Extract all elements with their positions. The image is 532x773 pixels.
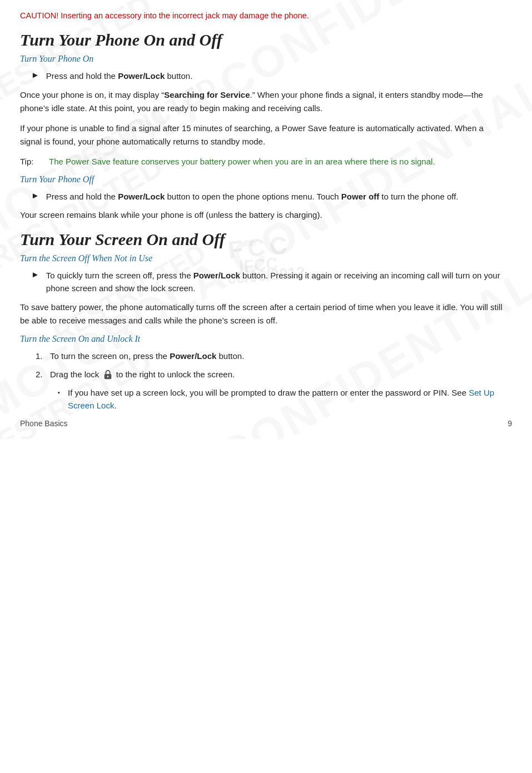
step-1-text: To turn the screen on, press the Power/L… [50,350,244,362]
subtitle-screen-on: Turn the Screen On and Unlock It [20,334,505,344]
section2-title: Turn Your Screen On and Off [20,228,505,250]
step-1: 1. To turn the screen on, press the Powe… [36,350,505,362]
tip-label: Tip: [20,155,49,168]
paragraph-screen-blank: Your screen remains blank while your pho… [20,208,505,222]
step-2: 2. Drag the lock to the right to unlock … [36,368,505,381]
paragraph-searching: Once your phone is on, it may display “S… [20,88,505,115]
tip-block: Tip: The Power Save feature conserves yo… [20,155,505,168]
bullet-power-off: ► Press and hold the Power/Lock button t… [31,190,505,203]
lock-icon [103,369,113,380]
footer-right: 9 [508,419,512,428]
step-1-number: 1. [36,350,50,362]
subtitle-phone-on: Turn Your Phone On [20,54,505,64]
sub-bullet-text: If you have set up a screen lock, you wi… [68,386,505,412]
paragraph-auto-off: To save battery power, the phone automat… [20,301,505,327]
bullet-arrow-off-icon: ► [31,191,39,200]
bullet-power-on-text: Press and hold the Power/Lock button. [46,69,193,82]
bullet-screen-off-text: To quickly turn the screen off, press th… [46,269,505,295]
paragraph-power-save: If your phone is unable to find a signal… [20,122,505,148]
bullet-arrow-screen-off-icon: ► [31,270,39,279]
bullet-arrow-icon: ► [31,70,39,79]
sub-bullet-marker-icon: ▪ [58,388,68,397]
svg-point-1 [107,376,108,377]
page-content: CAUTION! Inserting an accessory into the… [20,10,505,412]
step-2-text: Drag the lock to the right to unlock the… [50,368,235,381]
footer-left: Phone Basics [20,419,68,428]
section1-title: Turn Your Phone On and Off [20,29,505,51]
caution-text: CAUTION! Inserting an accessory into the… [20,10,505,21]
tip-content: The Power Save feature conserves your ba… [49,155,435,168]
bullet-power-on: ► Press and hold the Power/Lock button. [31,69,505,82]
page-footer: Phone Basics 9 [0,419,532,428]
subtitle-phone-off: Turn Your Phone Off [20,174,505,184]
subtitle-screen-off: Turn the Screen Off When Not in Use [20,253,505,263]
sub-bullet-screen-lock: ▪ If you have set up a screen lock, you … [58,386,505,412]
step-2-number: 2. [36,368,50,381]
bullet-power-off-text: Press and hold the Power/Lock button to … [46,190,459,203]
bullet-screen-off: ► To quickly turn the screen off, press … [31,269,505,295]
